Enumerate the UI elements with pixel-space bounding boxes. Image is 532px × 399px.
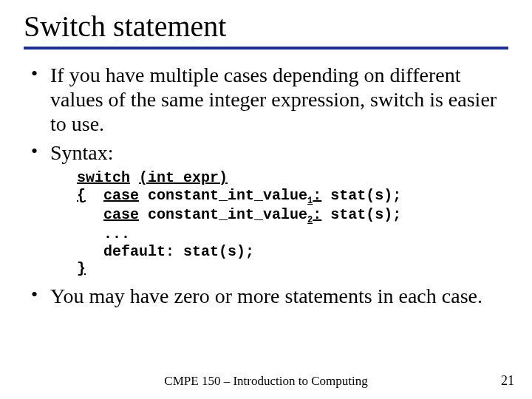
code-sp — [130, 169, 139, 186]
code-case1: case — [103, 187, 139, 204]
code-block: switch (int_expr) { case constant_int_va… — [77, 169, 508, 278]
code-const1: constant_int_value — [139, 187, 307, 204]
code-sp2 — [86, 187, 103, 204]
footer-course: CMPE 150 – Introduction to Computing — [0, 374, 532, 389]
bullet-2: Syntax: — [24, 140, 508, 165]
bullet-1: If you have multiple cases depending on … — [24, 63, 508, 136]
bullet-list: If you have multiple cases depending on … — [24, 63, 508, 165]
code-int-expr: (int_expr) — [139, 169, 228, 186]
bullet-list-2: You may have zero or more statements in … — [24, 284, 508, 308]
code-ellipsis: ... — [77, 225, 130, 242]
code-colon1: : — [313, 187, 321, 204]
slide-title: Switch statement — [24, 9, 508, 44]
code-stat2: stat(s); — [321, 206, 401, 223]
title-underline — [24, 47, 508, 50]
code-stat1: stat(s); — [321, 187, 401, 204]
code-const2: constant_int_value — [139, 206, 307, 223]
code-lbrace: { — [77, 187, 86, 204]
code-rbrace: } — [77, 260, 86, 277]
code-default: default: stat(s); — [77, 243, 254, 260]
code-case2: case — [103, 206, 139, 223]
slide-number: 21 — [501, 373, 514, 389]
code-kw-switch: switch — [77, 169, 130, 186]
bullet-3: You may have zero or more statements in … — [24, 284, 508, 308]
code-sp3 — [77, 206, 103, 223]
code-colon2: : — [313, 206, 321, 223]
